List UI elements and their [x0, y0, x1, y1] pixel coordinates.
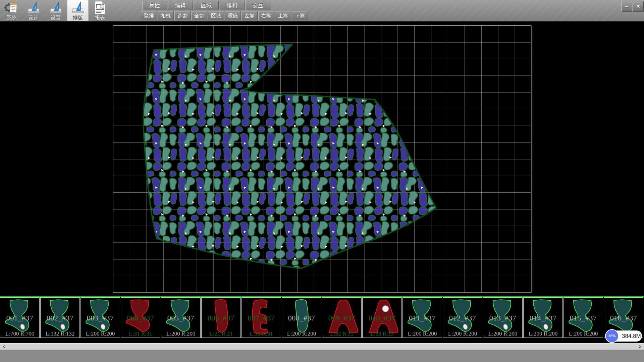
main-button-label: 设置	[45, 15, 66, 20]
scroll-right-arrow-icon[interactable]: >	[637, 344, 643, 350]
piece-lr-count-label: L:21 R:21	[202, 330, 240, 337]
strip-separator-line	[0, 296, 644, 297]
piece-lr-count-label: L:32 R:31	[322, 330, 361, 337]
piece-lr-count-label: L:700 R:700	[0, 330, 39, 337]
piece-name-label: 006_#37	[202, 314, 240, 322]
piece-name-label: 004_#37	[121, 314, 160, 322]
piece-lr-count-label: L:132 R:132	[41, 330, 79, 337]
app-window: { "window": { "minimize_label": "–", "cl…	[0, 0, 644, 362]
main-button-label: 报表	[89, 15, 111, 20]
menu-tab-交互[interactable]: 交互	[246, 1, 270, 10]
nesting-canvas[interactable]	[0, 21, 644, 296]
piece-name-label: 009_#37	[322, 314, 361, 322]
main-button-label: 设计	[23, 15, 44, 20]
piece-thumbnail-list: 001_#37L:700 R:700002_#37L:132 R:132003_…	[0, 297, 644, 338]
piece-lr-count-label: L:33 R:33	[363, 330, 401, 337]
ruler-icon	[26, 0, 41, 15]
piece-thumbnail[interactable]: 012_#37L:200 R:200	[443, 297, 482, 338]
status-bar	[0, 350, 644, 362]
piece-lr-count-label: L:200 R:200	[564, 330, 603, 337]
piece-thumbnail[interactable]: 001_#37L:700 R:700	[0, 297, 40, 338]
main-button-排版[interactable]: 排版	[67, 0, 89, 21]
piece-lr-count-label: L:200 R:200	[161, 330, 200, 337]
piece-thumbnail[interactable]: 006_#37L:21 R:21	[201, 297, 241, 338]
ruler-icon	[48, 0, 63, 15]
piece-lr-count-label: L:31 R:31	[121, 330, 160, 337]
action-button-右靠[interactable]: 右靠	[258, 11, 274, 20]
action-button-瑕疵[interactable]: 瑕疵	[225, 11, 241, 20]
action-button-区域[interactable]: 区域	[208, 11, 224, 20]
ruler-icon	[70, 0, 85, 15]
piece-name-label: 012_#37	[443, 314, 482, 322]
system-icon	[4, 0, 19, 15]
piece-thumbnail[interactable]: 014_#37L:200 R:200	[523, 297, 563, 338]
close-button[interactable]: ×	[633, 2, 644, 12]
piece-thumbnail[interactable]: 015_#37L:200 R:200	[564, 297, 603, 338]
piece-name-label: 005_#37	[161, 314, 200, 322]
piece-lr-count-label: L:200 R:200	[524, 330, 562, 337]
piece-name-label: 003_#37	[81, 314, 120, 322]
report-icon	[93, 0, 107, 15]
menu-tab-区域[interactable]: 区域	[194, 1, 219, 10]
top-toolbar: 系统设计设置排版报表 属性编辑区域排料交互 聚排相机选割全割区域瑕疵左靠右靠上靠…	[0, 0, 644, 21]
piece-name-label: 008_#37	[282, 314, 321, 322]
piece-name-label: 007_#37	[242, 314, 281, 322]
horizontal-scrollbar[interactable]: < >	[0, 343, 644, 350]
main-button-label: 系统	[1, 15, 22, 20]
action-button-左靠[interactable]: 左靠	[241, 11, 258, 20]
piece-thumbnail[interactable]: 013_#37L:200 R:200	[483, 297, 523, 338]
menu-tab-编辑[interactable]: 编辑	[168, 1, 193, 10]
piece-name-label: 010_#37	[363, 314, 401, 322]
piece-thumbnail-strip: 001_#37L:700 R:700002_#37L:132 R:132003_…	[0, 296, 644, 338]
piece-thumbnail[interactable]: 008_#37L:200 R:200	[282, 297, 321, 338]
piece-lr-count-label: L:200 R:200	[483, 330, 522, 337]
grid-overlay	[113, 25, 531, 293]
piece-name-label: 002_#37	[41, 314, 79, 322]
piece-lr-count-label: L:200 R:200	[403, 330, 442, 337]
main-button-报表[interactable]: 报表	[89, 0, 111, 21]
action-button-下靠[interactable]: 下靠	[292, 11, 308, 20]
action-button-选割[interactable]: 选割	[174, 11, 191, 20]
action-button-聚排[interactable]: 聚排	[141, 11, 157, 20]
piece-lr-count-label: L:31 R:31	[242, 330, 281, 337]
main-button-label: 排版	[67, 15, 89, 20]
piece-thumbnail[interactable]: 007_#37L:31 R:31	[241, 297, 281, 338]
scroll-left-arrow-icon[interactable]: <	[1, 344, 7, 350]
piece-name-label: 001_#37	[0, 314, 39, 322]
action-button-相机[interactable]: 相机	[158, 11, 174, 20]
piece-thumbnail[interactable]: 004_#37L:31 R:31	[121, 297, 160, 338]
piece-name-label: 013_#37	[483, 314, 522, 322]
piece-name-label: 016_#37	[604, 314, 643, 322]
piece-name-label: 014_#37	[524, 314, 562, 322]
minimize-button[interactable]: –	[621, 2, 632, 12]
progress-percent: 38%	[605, 329, 619, 343]
piece-thumbnail[interactable]: 002_#37L:132 R:132	[40, 297, 80, 338]
piece-thumbnail[interactable]: 011_#37L:200 R:200	[402, 297, 442, 338]
main-button-设置[interactable]: 设置	[45, 0, 66, 21]
menu-tab-属性[interactable]: 属性	[142, 1, 167, 10]
action-button-全割[interactable]: 全割	[191, 11, 207, 20]
main-button-系统[interactable]: 系统	[1, 0, 22, 21]
nest-layout-view	[0, 21, 644, 296]
main-button-设计[interactable]: 设计	[23, 0, 44, 21]
menu-tab-排料[interactable]: 排料	[220, 1, 245, 10]
piece-lr-count-label: L:200 R:200	[443, 330, 482, 337]
memory-usage: 384.8M	[622, 330, 641, 342]
action-button-上靠[interactable]: 上靠	[275, 11, 291, 20]
piece-thumbnail[interactable]: 003_#37L:200 R:200	[80, 297, 120, 338]
piece-name-label: 011_#37	[403, 314, 442, 322]
piece-name-label: 015_#37	[564, 314, 603, 322]
piece-thumbnail[interactable]: 009_#37L:32 R:31	[322, 297, 362, 338]
progress-badge: 38% 384.8M	[606, 330, 642, 342]
piece-thumbnail[interactable]: 005_#37L:200 R:200	[161, 297, 201, 338]
piece-lr-count-label: L:200 R:200	[282, 330, 321, 337]
piece-lr-count-label: L:200 R:200	[81, 330, 120, 337]
piece-thumbnail[interactable]: 010_#37L:33 R:33	[362, 297, 402, 338]
